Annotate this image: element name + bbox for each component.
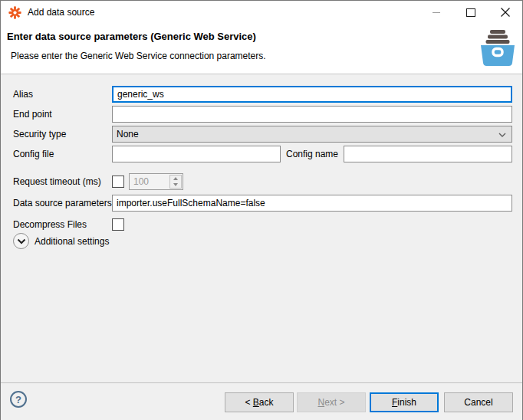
question-mark-icon: ?	[15, 394, 21, 405]
back-button[interactable]: < Back	[225, 392, 294, 412]
alias-row: Alias	[1, 86, 522, 103]
titlebar[interactable]: Add data source	[1, 1, 522, 24]
maximize-button[interactable]	[453, 1, 488, 24]
config-row: Config file Config name	[1, 146, 522, 162]
finish-button[interactable]: Finish	[370, 392, 439, 412]
close-icon	[501, 8, 510, 17]
data-source-parameters-input[interactable]	[112, 195, 512, 212]
config-file-input[interactable]	[112, 146, 281, 162]
timeout-spinner-buttons	[169, 175, 182, 189]
security-type-label: Security type	[13, 126, 66, 143]
security-type-row: Security type None	[1, 126, 522, 143]
security-type-value: None	[117, 129, 139, 139]
decompress-files-label: Decompress Files	[13, 216, 87, 233]
data-basket-icon	[479, 29, 517, 67]
back-label-rest: ack	[259, 397, 274, 408]
next-button: Next >	[297, 392, 366, 412]
endpoint-input[interactable]	[112, 106, 512, 123]
security-type-select[interactable]: None	[112, 126, 512, 143]
spin-down-button	[170, 182, 181, 188]
additional-settings-expander[interactable]: Additional settings	[13, 233, 109, 249]
timeout-spinner-value: 100	[130, 174, 169, 189]
page-subtitle: Please enter the Generic Web Service con…	[11, 51, 266, 61]
data-source-parameters-label: Data source parameters	[13, 195, 112, 212]
endpoint-label: End point	[13, 106, 52, 123]
request-timeout-checkbox[interactable]	[112, 176, 124, 188]
data-source-parameters-row: Data source parameters	[1, 195, 522, 212]
spin-down-icon	[173, 183, 178, 186]
gear-icon	[8, 6, 21, 19]
next-label-key: N	[317, 397, 324, 408]
request-timeout-label: Request timeout (ms)	[13, 173, 101, 190]
button-bar: ? < Back Next > Finish Cancel	[1, 382, 522, 420]
caption-buttons	[419, 1, 522, 24]
cancel-button[interactable]: Cancel	[444, 392, 513, 412]
help-button[interactable]: ?	[10, 391, 27, 408]
config-name-input[interactable]	[344, 146, 512, 162]
maximize-icon	[466, 8, 475, 17]
request-timeout-row: Request timeout (ms) 100	[1, 173, 522, 190]
additional-settings-label: Additional settings	[35, 236, 109, 247]
chevron-down-icon	[498, 133, 506, 137]
cancel-label-rest: Cancel	[464, 397, 492, 408]
finish-label-rest: inish	[397, 397, 416, 408]
back-label-pre: <	[245, 397, 252, 408]
minimize-button	[419, 1, 453, 24]
wizard-header: Enter data source parameters (Generic We…	[1, 24, 522, 74]
close-button[interactable]	[488, 1, 522, 24]
spin-up-button	[170, 176, 181, 182]
window-title: Add data source	[28, 7, 94, 18]
chevron-down-circle-icon	[13, 233, 29, 249]
config-name-label: Config name	[286, 146, 338, 162]
back-label-key: B	[253, 397, 259, 408]
page-title: Enter data source parameters (Generic We…	[7, 31, 256, 42]
alias-input[interactable]	[112, 86, 512, 103]
config-file-label: Config file	[13, 146, 54, 162]
endpoint-row: End point	[1, 106, 522, 123]
spin-up-icon	[173, 177, 178, 180]
decompress-files-checkbox[interactable]	[112, 218, 124, 231]
add-data-source-dialog: Add data source Enter data source parame…	[0, 0, 523, 420]
timeout-spinner: 100	[129, 173, 183, 190]
alias-label: Alias	[13, 86, 33, 103]
additional-settings-row: Additional settings	[1, 233, 522, 250]
next-label-rest: ext >	[324, 397, 344, 408]
form-area: Alias End point Security type None Confi…	[1, 74, 522, 382]
decompress-files-row: Decompress Files	[1, 216, 522, 233]
minimize-icon	[433, 12, 440, 13]
